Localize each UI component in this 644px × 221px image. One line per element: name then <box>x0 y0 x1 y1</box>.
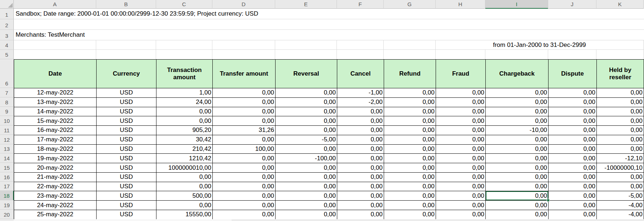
column-header-d[interactable]: D <box>212 0 275 9</box>
cell-f7[interactable]: -1,00 <box>337 88 384 98</box>
cell-k19[interactable]: -4,00 <box>597 201 644 210</box>
cell-e4[interactable] <box>275 40 337 49</box>
cell-i16[interactable]: 0,00 <box>486 173 549 182</box>
cell-i12[interactable]: 0,00 <box>486 135 549 145</box>
cell-b12[interactable]: USD <box>97 135 156 145</box>
cell-i7[interactable]: 0,00 <box>486 88 549 98</box>
cell-a14[interactable]: 19-may-2022 <box>14 154 97 163</box>
cell-g8[interactable]: 0,00 <box>384 98 436 107</box>
cell-d9[interactable]: 0,00 <box>213 107 276 117</box>
cell-i13[interactable]: 0,00 <box>486 145 549 154</box>
cell-a10[interactable]: 15-may-2022 <box>14 116 97 126</box>
column-header-i[interactable]: I <box>485 0 548 9</box>
cell-a5[interactable] <box>14 50 96 59</box>
cell-g9[interactable]: 0,00 <box>384 107 436 117</box>
row-header-6[interactable]: 6 <box>0 59 14 88</box>
cell-e8[interactable]: 0,00 <box>276 98 337 107</box>
cell-i15[interactable]: 0,00 <box>486 163 549 173</box>
cell-j19[interactable]: 0,00 <box>549 201 597 210</box>
cell-f15[interactable]: 0,00 <box>337 163 384 173</box>
cell-e16[interactable]: 0,00 <box>276 173 337 182</box>
cell-g18[interactable]: 0,00 <box>384 191 436 201</box>
cell-b19[interactable]: USD <box>97 201 156 210</box>
cell-i20[interactable]: 0,00 <box>486 210 549 220</box>
cell-g11[interactable]: 0,00 <box>384 126 436 135</box>
cell-k17[interactable]: 0,00 <box>597 182 644 192</box>
cell-d13[interactable]: 100,00 <box>213 145 276 154</box>
cell-j15[interactable]: 0,00 <box>549 163 597 173</box>
column-header-j[interactable]: J <box>548 0 596 9</box>
cell-c10[interactable]: 0,00 <box>156 116 213 126</box>
cell-f4[interactable] <box>337 40 384 49</box>
cell-a7[interactable]: 12-may-2022 <box>14 88 97 98</box>
cell-d20[interactable]: 0,00 <box>213 210 276 220</box>
column-header-a[interactable]: A <box>14 0 96 9</box>
cell-h12[interactable]: 0,00 <box>436 135 486 145</box>
cell-c20[interactable]: 15550,00 <box>156 210 213 220</box>
cell-k7[interactable]: 0,00 <box>597 88 644 98</box>
column-header-g[interactable]: G <box>384 0 436 9</box>
table-header-fraud[interactable]: Fraud <box>436 60 486 88</box>
cell-c14[interactable]: 1210,42 <box>156 154 213 163</box>
cell-j5[interactable] <box>548 50 596 59</box>
cell-k10[interactable]: 0,00 <box>597 116 644 126</box>
cell-a9[interactable]: 14-may-2022 <box>14 107 97 117</box>
cell-b7[interactable]: USD <box>97 88 156 98</box>
cell-e11[interactable]: 0,00 <box>276 126 337 135</box>
row-header-7[interactable]: 7 <box>0 88 14 97</box>
cell-b15[interactable]: USD <box>97 163 156 173</box>
cell-c12[interactable]: 30,42 <box>156 135 213 145</box>
cell-h5[interactable] <box>436 50 485 59</box>
cell-k20[interactable]: -4,00 <box>597 210 644 220</box>
cell-d18[interactable]: 0,00 <box>213 191 276 201</box>
cell-b16[interactable]: USD <box>97 173 156 182</box>
row-header-8[interactable]: 8 <box>0 97 14 107</box>
row-header-1[interactable]: 1 <box>0 9 14 19</box>
cell-c8[interactable]: 24,00 <box>156 98 213 107</box>
cell-g7[interactable]: 0,00 <box>384 88 436 98</box>
cell-g16[interactable]: 0,00 <box>384 173 436 182</box>
cell-d5[interactable] <box>212 50 275 59</box>
select-all-corner[interactable] <box>0 0 14 9</box>
table-header-date[interactable]: Date <box>14 60 97 88</box>
column-header-e[interactable]: E <box>275 0 337 9</box>
cell-g20[interactable]: 0,00 <box>384 210 436 220</box>
row-header-15[interactable]: 15 <box>0 163 14 172</box>
cell-k9[interactable]: 0,00 <box>597 107 644 117</box>
cell-c19[interactable]: 0,00 <box>156 201 213 210</box>
row-header-20[interactable]: 20 <box>0 210 14 219</box>
cell-h16[interactable]: 0,00 <box>436 173 486 182</box>
cell-i14[interactable]: 0,00 <box>486 154 549 163</box>
column-header-f[interactable]: F <box>337 0 384 9</box>
cell-c7[interactable]: 1,00 <box>156 88 213 98</box>
cell-k11[interactable]: 0,00 <box>597 126 644 135</box>
cell-d12[interactable]: 0,00 <box>213 135 276 145</box>
cell-e20[interactable]: 0,00 <box>276 210 337 220</box>
cell-h20[interactable]: 0,00 <box>436 210 486 220</box>
cell-b5[interactable] <box>96 50 156 59</box>
row-header-5[interactable]: 5 <box>0 50 14 59</box>
cell-d7[interactable]: 0,00 <box>213 88 276 98</box>
cell-a11[interactable]: 16-may-2022 <box>14 126 97 135</box>
cell-e10[interactable]: 0,00 <box>276 116 337 126</box>
cell-f5[interactable] <box>337 50 384 59</box>
row-header-9[interactable]: 9 <box>0 107 14 116</box>
cell-f18[interactable]: 0,00 <box>337 191 384 201</box>
cell-k14[interactable]: -12,10 <box>597 154 644 163</box>
cell-f20[interactable]: 0,00 <box>337 210 384 220</box>
cell-h19[interactable]: 0,00 <box>436 201 486 210</box>
cell-f17[interactable]: 0,00 <box>337 182 384 192</box>
cell-d15[interactable]: 0,00 <box>213 163 276 173</box>
row-header-3[interactable]: 3 <box>0 30 14 40</box>
cell-j17[interactable]: 0,00 <box>549 182 597 192</box>
cell-h10[interactable]: 0,00 <box>436 116 486 126</box>
cell-a4[interactable] <box>14 40 96 49</box>
cell-h17[interactable]: 0,00 <box>436 182 486 192</box>
cell-g14[interactable]: 0,00 <box>384 154 436 163</box>
cell-g12[interactable]: 0,00 <box>384 135 436 145</box>
cell-i9[interactable]: 0,00 <box>486 107 549 117</box>
cell-h4-date-range[interactable]: from 01-Jan-2000 to 31-Dec-2999 <box>436 40 644 49</box>
cell-f19[interactable]: 0,00 <box>337 201 384 210</box>
cell-b9[interactable]: USD <box>97 107 156 117</box>
column-header-k[interactable]: K <box>596 0 644 9</box>
